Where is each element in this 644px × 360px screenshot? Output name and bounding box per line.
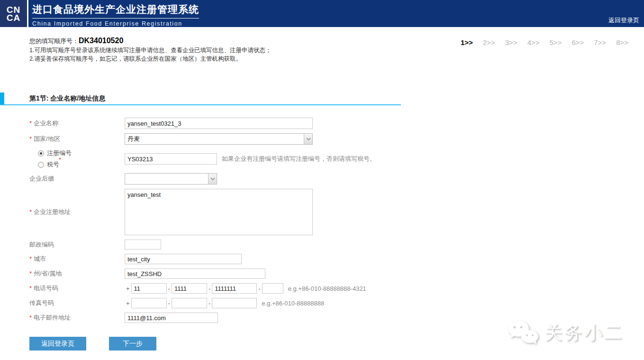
step-8[interactable]: 8>> <box>616 38 628 46</box>
fax-country-code-input[interactable] <box>131 298 167 308</box>
city-label: *城市 <box>29 255 125 263</box>
row-phone: *电话号码 + - - - e.g.+86-010-88888888-4321 <box>29 283 644 294</box>
country-label: *国家/地区 <box>29 135 125 143</box>
section-title: 第1节: 企业名称/地址信息 <box>29 92 644 104</box>
row-fax: 传真号码 + - - e.g.+86-010-88888888 <box>29 298 644 308</box>
row-company-name: *企业名称 <box>29 118 644 129</box>
phone-dash: - <box>258 285 260 292</box>
fax-dash: - <box>209 300 210 307</box>
province-label: *州/省/属地 <box>29 269 125 278</box>
watermark-text: 关务小二 <box>544 321 624 345</box>
cnca-logo: CN CA <box>0 0 27 27</box>
phone-extension-input[interactable] <box>262 283 283 294</box>
radio-tax-number-label: 税号 <box>47 160 59 169</box>
step-3[interactable]: 3>> <box>505 38 517 46</box>
step-4[interactable]: 4>> <box>527 38 540 46</box>
company-suffix-select[interactable] <box>125 173 217 185</box>
phone-country-code-input[interactable] <box>131 283 167 294</box>
step-7[interactable]: 7>> <box>594 38 606 46</box>
fax-number-input[interactable] <box>212 298 257 308</box>
phone-label: *电话号码 <box>29 284 125 293</box>
next-step-button[interactable]: 下一步 <box>109 337 156 351</box>
registration-number-hint: 如果企业有注册编号请填写注册编号，否则请填写税号。 <box>222 155 376 163</box>
step-1[interactable]: 1>> <box>461 38 473 46</box>
row-company-suffix: 企业后缀 <box>29 173 644 185</box>
fax-area-code-input[interactable] <box>172 298 207 308</box>
required-asterisk: * <box>29 120 32 127</box>
required-asterisk: * <box>29 255 32 262</box>
required-asterisk: * <box>29 314 32 321</box>
company-address-textarea[interactable]: yansen_test <box>125 189 313 235</box>
cnca-logo-line2: CA <box>7 14 20 22</box>
radio-registration-number[interactable]: 注册编号 <box>38 149 125 157</box>
section-underline <box>0 104 401 105</box>
postcode-label: 邮政编码 <box>29 240 125 249</box>
back-to-login-link[interactable]: 返回登录页 <box>608 16 639 25</box>
row-postcode: 邮政编码 <box>29 240 644 249</box>
phone-format-hint: e.g.+86-010-88888888-4321 <box>288 285 366 292</box>
watermark: 关务小二 <box>506 319 624 346</box>
radio-registration-number-circle[interactable] <box>38 150 44 157</box>
company-address-label: *企业注册地址 <box>29 208 125 216</box>
required-asterisk: * <box>29 285 32 292</box>
title-block: 进口食品境外生产企业注册管理系统 China Imported Food Ent… <box>28 0 199 27</box>
country-select[interactable]: 丹麦 <box>125 133 313 145</box>
sequence-note-1: 1.可用填写顺序号登录该系统继续填写注册申请信息、查看企业已填写信息、注册申请状… <box>29 47 644 54</box>
step-6[interactable]: 6>> <box>571 38 584 46</box>
required-asterisk: * <box>59 156 61 163</box>
registration-number-input[interactable] <box>125 153 217 165</box>
province-input[interactable] <box>125 268 265 279</box>
phone-dash: - <box>168 285 170 292</box>
row-country: *国家/地区 丹麦 <box>29 133 644 145</box>
app-title-zh: 进口食品境外生产企业注册管理系统 <box>32 3 199 18</box>
reg-type-radio-group: 注册编号 税号 <box>29 149 125 169</box>
sequence-label: 您的填写顺序号： <box>29 37 79 45</box>
required-asterisk: * <box>29 135 32 142</box>
required-asterisk: * <box>29 208 32 215</box>
required-asterisk: * <box>29 270 32 277</box>
back-to-login-button[interactable]: 返回登录页 <box>29 337 86 351</box>
section-accent-bar <box>0 92 4 104</box>
page: CN CA 进口食品境外生产企业注册管理系统 China Imported Fo… <box>0 0 644 360</box>
sequence-number: DK34010520 <box>79 37 123 45</box>
phone-area-code-input[interactable] <box>172 283 207 294</box>
wechat-icon <box>506 319 540 346</box>
section-header: 第1节: 企业名称/地址信息 <box>0 92 644 105</box>
email-input[interactable] <box>125 313 218 323</box>
chevron-down-icon[interactable] <box>304 134 312 144</box>
row-registration-number: * 注册编号 税号 如果企业有注册编号请填写注册编号，否则请填写税号。 <box>29 149 644 169</box>
row-city: *城市 <box>29 254 644 264</box>
sequence-note-2: 2.请妥善保存填写顺序号，如忘记，请联系企业所在国家（地区）主管机构获取。 <box>29 55 644 63</box>
app-header: CN CA 进口食品境外生产企业注册管理系统 China Imported Fo… <box>0 0 644 27</box>
cnca-logo-line1: CN <box>7 6 20 14</box>
company-name-input[interactable] <box>125 118 313 129</box>
step-2[interactable]: 2>> <box>483 38 495 46</box>
step-indicator: 1>> 2>> 3>> 4>> 5>> 6>> 7>> 8>> <box>461 38 628 46</box>
row-province: *州/省/属地 <box>29 268 644 279</box>
company-name-label: *企业名称 <box>29 119 125 128</box>
fax-format-hint: e.g.+86-010-88888888 <box>262 300 324 307</box>
step-5[interactable]: 5>> <box>550 38 562 46</box>
radio-tax-number[interactable]: 税号 <box>38 160 125 169</box>
app-title-en: China Imported Food Enterprise Registrat… <box>32 18 199 27</box>
registration-form: *企业名称 *国家/地区 丹麦 * 注册编号 <box>0 105 644 323</box>
phone-number-input[interactable] <box>212 283 257 294</box>
company-suffix-label: 企业后缀 <box>29 175 125 183</box>
phone-plus-sign: + <box>126 285 130 292</box>
postcode-input[interactable] <box>125 240 161 249</box>
phone-dash: - <box>209 285 210 292</box>
row-company-address: *企业注册地址 yansen_test <box>29 189 644 235</box>
fax-plus-sign: + <box>126 300 130 307</box>
chevron-down-icon[interactable] <box>208 174 217 184</box>
email-label: *电子邮件地址 <box>29 314 125 322</box>
fax-dash: - <box>168 300 170 307</box>
country-select-value: 丹麦 <box>125 135 304 143</box>
radio-tax-number-circle[interactable] <box>38 162 44 168</box>
city-input[interactable] <box>125 254 242 264</box>
fax-label: 传真号码 <box>29 299 125 307</box>
